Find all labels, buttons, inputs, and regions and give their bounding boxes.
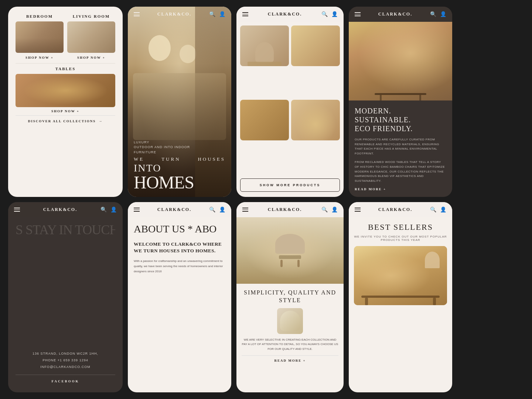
hero-headline-row3: HOMES bbox=[134, 174, 225, 191]
show-more-button[interactable]: SHOW MORE PRODUCTS bbox=[240, 178, 340, 192]
contact-card: CLARK&CO. 🔍 👤 S STAY IN TOUCH 136 STRAND… bbox=[8, 202, 123, 392]
simplicity-title: SIMPLICITY, QUALITY AND STYLE bbox=[242, 289, 338, 304]
contact-logo: CLARK&CO. bbox=[43, 207, 77, 212]
contact-email: INFO@CLARKANDCO.COM bbox=[16, 365, 115, 369]
eco-search-icon[interactable]: 🔍 bbox=[430, 11, 436, 17]
simplicity-navbar: CLARK&CO. 🔍 👤 bbox=[236, 202, 344, 217]
simplicity-chair-image bbox=[236, 217, 344, 284]
contact-headline: S STAY IN TOUCH bbox=[16, 223, 115, 236]
simplicity-product-thumb bbox=[277, 308, 303, 334]
simplicity-body-text: WE ARE VERY SELECTIVE IN CREATING EACH C… bbox=[242, 338, 338, 352]
bestsellers-account-icon[interactable]: 👤 bbox=[440, 207, 446, 213]
products-card: CLARK&CO. 🔍 👤 bbox=[236, 7, 344, 197]
eco-read-more-button[interactable]: READ MORE + bbox=[355, 187, 446, 191]
discover-all-button[interactable]: DISCOVER ALL COLLECTIONS → bbox=[16, 115, 115, 125]
bestsellers-title: BEST SELLERS bbox=[354, 222, 447, 232]
hero-headline-row2: INTO bbox=[134, 163, 225, 173]
about-content: ABOUT US * ABO WELCOME TO CLARK&CO WHERE… bbox=[128, 217, 231, 280]
living-room-label: LIVING ROOM bbox=[67, 14, 115, 18]
eco-image bbox=[349, 22, 452, 100]
bestsellers-content: BEST SELLERS WE INVITE YOU TO CHECK OUT … bbox=[349, 217, 452, 310]
products-search-icon[interactable]: 🔍 bbox=[321, 11, 328, 17]
hero-card: CLARK&CO. 🔍 👤 LUXURY OUTDOOR AND INTO IN… bbox=[128, 7, 231, 197]
contact-menu-icon[interactable] bbox=[14, 208, 20, 212]
contact-navbar: CLARK&CO. 🔍 👤 bbox=[8, 202, 123, 217]
hero-logo: CLARK&CO. bbox=[157, 11, 191, 17]
about-welcome-title: WELCOME TO CLARK&CO WHERE WE TURN HOUSES… bbox=[134, 241, 225, 254]
eco-card: CLARK&CO. 🔍 👤 MODERN. SUSTAINABLE. ECO F… bbox=[349, 7, 452, 197]
bedroom-label: BEDROOM bbox=[16, 14, 64, 18]
bestsellers-search-icon[interactable]: 🔍 bbox=[430, 207, 436, 213]
eco-logo: CLARK&CO. bbox=[378, 11, 412, 17]
eco-menu-icon[interactable] bbox=[355, 12, 361, 16]
discover-all-label: DISCOVER ALL COLLECTIONS bbox=[28, 119, 96, 123]
bestsellers-card: CLARK&CO. 🔍 👤 BEST SELLERS WE INVITE YOU… bbox=[349, 202, 452, 392]
hero-menu-icon[interactable] bbox=[134, 12, 140, 16]
simplicity-read-more-button[interactable]: READ MORE + bbox=[242, 355, 338, 365]
about-body-text: With a passion for craftsmanship and an … bbox=[134, 259, 225, 274]
bedroom-category: BEDROOM SHOP NOW + bbox=[16, 14, 64, 59]
eco-body-1: OUR PRODUCTS ARE CAREFULLY CURATED FROM … bbox=[355, 137, 446, 156]
eco-body-2: FROM RECLAIMED WOOD TABLES THAT TELL A S… bbox=[355, 160, 446, 184]
living-room-category: LIVING ROOM SHOP NOW + bbox=[67, 14, 115, 59]
eco-account-icon[interactable]: 👤 bbox=[440, 11, 446, 17]
product-image-2 bbox=[291, 25, 340, 66]
about-search-icon[interactable]: 🔍 bbox=[209, 207, 215, 213]
hero-navbar: CLARK&CO. 🔍 👤 bbox=[128, 7, 231, 22]
products-menu-icon[interactable] bbox=[242, 12, 248, 16]
eco-title: MODERN. SUSTAINABLE. ECO FRIENDLY. bbox=[355, 106, 446, 133]
contact-account-icon[interactable]: 👤 bbox=[110, 207, 117, 213]
product-image-3 bbox=[240, 100, 289, 140]
discover-all-arrow: → bbox=[99, 119, 103, 123]
contact-info: 136 STRAND, LONDON WC2R 1HH, PHONE +1 65… bbox=[16, 352, 115, 383]
bestsellers-product-image bbox=[354, 246, 447, 305]
contact-address: 136 STRAND, LONDON WC2R 1HH, bbox=[16, 352, 115, 355]
bestsellers-logo: CLARK&CO. bbox=[378, 207, 412, 212]
hero-headline-row1: WE TURN HOUSES bbox=[134, 156, 225, 162]
contact-content: S STAY IN TOUCH 136 STRAND, LONDON WC2R … bbox=[8, 217, 123, 389]
about-card: CLARK&CO. 🔍 👤 ABOUT US * ABO WELCOME TO … bbox=[128, 202, 231, 392]
simplicity-search-icon[interactable]: 🔍 bbox=[321, 207, 328, 213]
simplicity-card: CLARK&CO. 🔍 👤 SIMPLICITY, QUALI bbox=[236, 202, 344, 392]
simplicity-logo: CLARK&CO. bbox=[268, 207, 302, 212]
simplicity-menu-icon[interactable] bbox=[242, 208, 248, 212]
bedroom-shop-now[interactable]: SHOP NOW + bbox=[16, 56, 64, 59]
products-navbar: CLARK&CO. 🔍 👤 bbox=[236, 7, 344, 22]
products-logo: CLARK&CO. bbox=[268, 11, 302, 17]
about-account-icon[interactable]: 👤 bbox=[219, 207, 225, 213]
hero-text-content: LUXURY OUTDOOR AND INTO INDOOR FURNITURE… bbox=[128, 134, 231, 197]
contact-search-icon[interactable]: 🔍 bbox=[100, 207, 107, 213]
hero-search-icon[interactable]: 🔍 bbox=[209, 11, 215, 17]
bestsellers-navbar: CLARK&CO. 🔍 👤 bbox=[349, 202, 452, 217]
bestsellers-subtitle: WE INVITE YOU TO CHECK OUT OUR MOST POPU… bbox=[354, 235, 447, 242]
about-marquee-text: ABOUT US * ABO bbox=[134, 223, 225, 235]
tables-label: TABLES bbox=[16, 66, 115, 71]
simplicity-account-icon[interactable]: 👤 bbox=[331, 207, 338, 213]
contact-facebook-link[interactable]: FACEBOOK bbox=[16, 375, 115, 383]
product-image-4 bbox=[291, 100, 340, 140]
simplicity-content: SIMPLICITY, QUALITY AND STYLE WE ARE VER… bbox=[236, 284, 344, 371]
products-account-icon[interactable]: 👤 bbox=[331, 11, 338, 17]
contact-phone: PHONE +1 659 339 1294 bbox=[16, 358, 115, 362]
eco-navbar: CLARK&CO. 🔍 👤 bbox=[349, 7, 452, 22]
hero-eyebrow: LUXURY OUTDOOR AND INTO INDOOR FURNITURE bbox=[134, 140, 225, 155]
tables-shop-now[interactable]: SHOP NOW + bbox=[16, 109, 115, 113]
products-grid bbox=[236, 22, 344, 175]
about-navbar: CLARK&CO. 🔍 👤 bbox=[128, 202, 231, 217]
about-logo: CLARK&CO. bbox=[157, 207, 191, 212]
hero-account-icon[interactable]: 👤 bbox=[219, 11, 225, 17]
living-room-shop-now[interactable]: SHOP NOW + bbox=[67, 56, 115, 59]
eco-content: MODERN. SUSTAINABLE. ECO FRIENDLY. OUR P… bbox=[349, 100, 452, 197]
product-image-1 bbox=[240, 25, 289, 66]
bestsellers-menu-icon[interactable] bbox=[355, 208, 361, 212]
collections-card: BEDROOM SHOP NOW + LIVING ROOM SHOP NOW … bbox=[8, 7, 123, 197]
about-menu-icon[interactable] bbox=[134, 208, 140, 212]
